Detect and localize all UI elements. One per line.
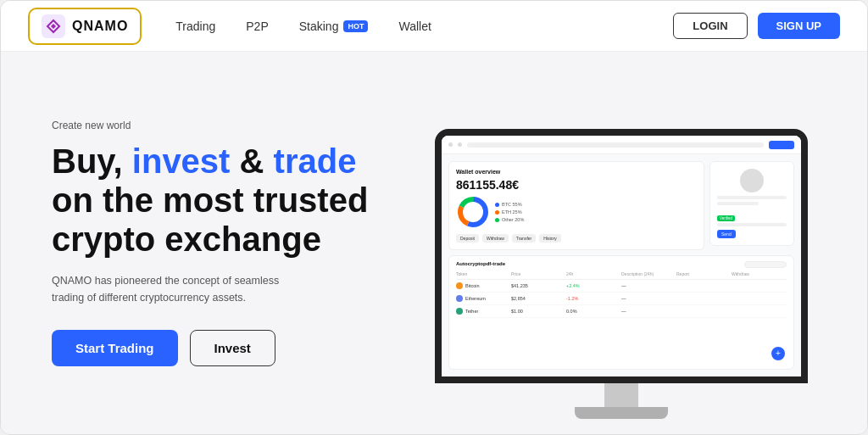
wallet-amount: 861155.48€ [456,178,697,192]
nav-item-p2p[interactable]: P2P [246,20,268,33]
monitor-stand-base [575,407,668,419]
td-desc-usdt: — [621,309,676,314]
nav-actions: LOGIN SIGN UP [673,13,840,39]
hero-headline: Buy, invest & trade on the most trusted … [52,142,408,259]
start-trading-button[interactable]: Start Trading [52,330,178,366]
coin-icon-eth [456,295,463,302]
hot-badge: HOT [343,20,368,32]
th-desc: Description (24h) [621,271,676,276]
navbar: QNAMO Trading P2P Staking HOT Wallet LOG… [1,1,867,52]
td-name-usdt: Tether [465,309,478,314]
user-info-line-3 [717,223,787,226]
stat-item-other: Other 20% [495,217,524,222]
td-name-btc: Bitcoin [465,283,480,288]
wallet-title: Wallet overview [456,169,697,175]
screen-inner: Wallet overview 861155.48€ [442,136,801,376]
logo-icon [42,14,65,38]
td-coin-btc: Bitcoin [456,282,511,289]
monitor-screen: Wallet overview 861155.48€ [435,129,808,383]
stat-dot-btc [495,203,499,207]
td-desc-eth: — [621,296,676,301]
stat-text-other: Other 20% [502,217,524,222]
screen-btn-history: History [539,234,561,243]
coin-icon-btc [456,282,463,289]
table-title-row: Autocryptopdf-trade [456,261,787,268]
table-header-row: Token Price 24h Description (24h) Report… [456,271,787,280]
fab-plus-icon: + [776,349,781,358]
coin-icon-usdt [456,308,463,315]
td-desc-btc: — [621,283,676,288]
headline-part3: on the most trusted [52,181,368,219]
screen-body: Wallet overview 861155.48€ [442,154,801,376]
screen-table-card: Autocryptopdf-trade Token Price 24h Desc… [448,255,794,370]
user-info-line-2 [717,202,759,205]
stat-text-btc: BTC 55% [502,202,522,207]
table-row: Tether $1.00 0.0% — [456,305,787,318]
nav-item-trading[interactable]: Trading [175,20,215,33]
th-withdraw: Withdraw [732,271,787,276]
user-info-line-1 [717,196,787,199]
screen-nav-btn [769,141,794,149]
table-row: Bitcoin $41,235 +2.4% — [456,280,787,293]
td-coin-eth: Ethereum [456,295,511,302]
logo-text: QNAMO [72,19,128,34]
td-price-btc: $41,235 [511,283,566,288]
user-avatar [740,169,764,192]
screen-nav-dot2 [458,142,462,147]
th-report: Report [676,271,732,276]
td-name-eth: Ethereum [465,296,486,301]
headline-trade: trade [274,142,357,180]
table-row: Ethereum $2,854 -1.2% — [456,293,787,305]
nav-item-staking[interactable]: Staking HOT [299,20,369,33]
stat-item-btc: BTC 55% [495,202,524,207]
hero-right: Wallet overview 861155.48€ [408,52,816,434]
wallet-stats: BTC 55% ETH 25% [495,202,524,222]
th-change: 24h [566,271,621,276]
td-change-btc: +2.4% [566,283,621,288]
td-price-eth: $2,854 [511,296,566,301]
search-mini [744,261,787,268]
nav-item-wallet[interactable]: Wallet [398,20,431,33]
screen-btn-transfer: Transfer [512,234,536,243]
screen-btn-withdraw: Withdraw [482,234,509,243]
headline-part1: Buy, [52,142,132,180]
login-button[interactable]: LOGIN [673,13,747,39]
screen-btn-send: Send [717,230,736,238]
user-btn-row: Send [717,230,787,238]
td-change-usdt: 0.0% [566,309,621,314]
monitor-wrapper: Wallet overview 861155.48€ [426,129,816,434]
table-title: Autocryptopdf-trade [456,261,505,268]
screen-nav-bar [467,142,764,148]
nav-links: Trading P2P Staking HOT Wallet [175,20,673,33]
headline-part2: & [230,142,273,180]
monitor-stand-neck [604,383,638,407]
user-verified-badge: Verified [717,215,735,221]
screen-nav-dot1 [448,142,453,147]
stat-text-eth: ETH 25% [502,209,522,215]
screen-btn-deposit: Deposit [456,234,479,243]
td-coin-usdt: Tether [456,308,511,315]
screen-wallet-card: Wallet overview 861155.48€ [448,161,704,250]
fab-button[interactable]: + [771,347,785,360]
wallet-chart-area: BTC 55% ETH 25% [456,195,697,229]
screen-nav [442,136,801,154]
signup-button[interactable]: SIGN UP [758,13,840,39]
stat-item-eth: ETH 25% [495,209,524,215]
th-price: Price [511,271,566,276]
headline-invest: invest [132,142,231,180]
hero-section: Create new world Buy, invest & trade on … [1,52,867,434]
stat-dot-other [495,218,499,222]
td-change-eth: -1.2% [566,296,621,301]
headline-part4: crypto exchange [52,220,321,258]
hero-buttons: Start Trading Invest [52,330,408,366]
hero-left: Create new world Buy, invest & trade on … [52,120,408,366]
hero-tagline: Create new world [52,120,408,131]
screen-user-card: Verified Send [709,161,794,246]
screen-btn-row: Deposit Withdraw Transfer History [456,234,697,243]
th-token: Token [456,271,511,276]
invest-button[interactable]: Invest [190,330,275,366]
logo[interactable]: QNAMO [28,8,142,45]
hero-description: QNAMO has pioneered the concept of seaml… [52,272,289,306]
donut-chart [456,195,490,229]
td-price-usdt: $1.00 [511,309,566,314]
